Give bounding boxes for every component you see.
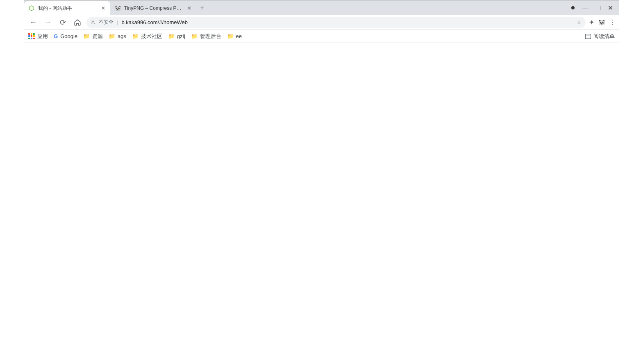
reading-list-label: 阅读清单 [593,33,615,40]
close-icon[interactable]: ✕ [100,5,106,11]
bookmark-folder[interactable]: 📁技术社区 [132,33,162,40]
apps-icon [28,33,35,40]
star-icon[interactable]: ☆ [577,19,582,25]
folder-icon: 📁 [168,33,175,39]
list-icon [585,34,591,39]
address-bar[interactable]: ⚠ 不安全 | b.kaka996.com/#/homeWeb ☆ [86,17,586,28]
cube-favicon-icon [28,5,35,11]
bookmark-folder[interactable]: 📁ee [227,33,242,39]
new-tab-button[interactable]: ＋ [196,0,208,15]
folder-icon: 📁 [227,33,234,39]
browser-tab-0[interactable]: 我的 - 网站助手 ✕ [24,1,110,15]
maximize-icon[interactable] [596,6,600,10]
security-label: 不安全 [99,19,114,26]
apps-button[interactable]: 应用 [28,33,48,40]
apps-label: 应用 [37,33,48,40]
url-toolbar: ← → ⟳ ⚠ 不安全 | b.kaka996.com/#/homeWeb ☆ … [24,15,619,30]
folder-icon: 📁 [83,33,90,39]
bookmark-folder[interactable]: 📁管理后台 [191,33,221,40]
bookmark-label: ee [236,33,242,39]
forward-button[interactable]: → [42,17,54,28]
bookmark-label: 管理后台 [200,33,221,40]
bookmark-folder[interactable]: 📁gzlj [168,33,185,39]
back-button[interactable]: ← [27,17,39,28]
reload-button[interactable]: ⟳ [57,17,68,28]
app-header: 开源 wallace [24,43,619,43]
bookmarks-bar: 应用 GGoogle 📁资源 📁ags 📁技术社区 📁gzlj 📁管理后台 📁e… [24,30,619,43]
close-icon[interactable]: ✕ [186,5,192,11]
bookmark-label: 资源 [92,33,103,40]
url-text: b.kaka996.com/#/homeWeb [121,19,573,25]
bookmark-label: 技术社区 [141,33,162,40]
browser-tab-1[interactable]: 🐼 TinyPNG – Compress PNG ima... ✕ [110,1,196,15]
bookmark-google[interactable]: GGoogle [54,33,77,39]
bookmark-folder[interactable]: 📁ags [109,33,126,39]
bookmark-folder[interactable]: 📁资源 [83,33,103,40]
tab-title: TinyPNG – Compress PNG ima... [124,5,183,11]
panda-favicon-icon: 🐼 [114,5,121,11]
account-icon[interactable] [571,6,575,9]
close-window-icon[interactable]: ✕ [608,4,613,12]
folder-icon: 📁 [132,33,139,39]
extensions-icon[interactable]: ✦ [589,18,594,26]
menu-icon[interactable]: ⋮ [609,18,616,26]
folder-icon: 📁 [109,33,115,39]
bookmark-label: Google [60,33,77,39]
browser-titlebar: 我的 - 网站助手 ✕ 🐼 TinyPNG – Compress PNG ima… [24,0,619,15]
warning-icon: ⚠ [91,19,95,25]
home-button[interactable] [72,17,83,28]
bookmark-label: ags [118,33,126,39]
reading-list-button[interactable]: 阅读清单 [585,33,615,40]
folder-icon: 📁 [191,33,198,39]
tab-title: 我的 - 网站助手 [38,5,97,12]
panda-extension-icon[interactable]: 🐼 [598,19,605,25]
bookmark-label: gzlj [177,33,185,39]
google-icon: G [54,33,58,39]
minimize-icon[interactable]: — [582,4,588,11]
